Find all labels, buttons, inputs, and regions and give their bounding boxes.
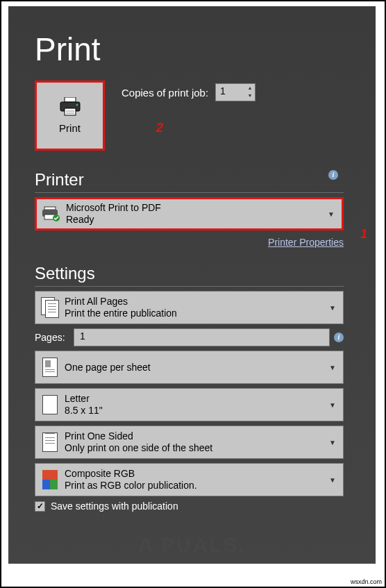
pages-input[interactable]: 1 [74, 328, 330, 346]
printer-icon [59, 97, 81, 117]
chevron-down-icon: ▼ [329, 401, 336, 409]
color-title: Composite RGB [65, 468, 343, 480]
paper-sub: 8.5 x 11" [65, 405, 343, 417]
print-button-label: Print [59, 122, 81, 134]
save-settings-checkbox-row[interactable]: ✓ Save settings with publication [35, 501, 376, 512]
paper-title: Letter [65, 393, 343, 405]
annotation-marker-1: 1 [360, 227, 367, 242]
duplex-sub: Only print on one side of the sheet [65, 442, 343, 454]
layout-title: One page per sheet [65, 362, 151, 373]
divider [35, 286, 344, 287]
svg-rect-3 [65, 108, 76, 115]
pages-label: Pages: [35, 332, 68, 343]
copies-down-arrow-icon[interactable]: ▼ [245, 92, 255, 99]
printer-section-header: Printer i [35, 170, 376, 190]
color-sub: Print as RGB color publication. [65, 480, 343, 492]
color-dropdown[interactable]: Composite RGB Print as RGB color publica… [35, 463, 344, 496]
chevron-down-icon: ▼ [329, 304, 336, 312]
chevron-down-icon: ▼ [328, 210, 335, 218]
printer-name: Microsoft Print to PDF [66, 202, 342, 214]
duplex-title: Print One Sided [65, 430, 343, 442]
composite-rgb-icon [35, 470, 65, 489]
paper-icon [35, 395, 65, 414]
printer-status-icon [37, 205, 66, 222]
chevron-down-icon: ▼ [329, 439, 336, 446]
copies-label: Copies of print job: [121, 87, 208, 99]
pages-info-icon[interactable]: i [334, 333, 344, 342]
divider [35, 192, 344, 193]
watermark: A PUALS. [8, 533, 376, 557]
settings-section-header: Settings [35, 264, 376, 283]
print-all-pages-icon [35, 297, 65, 318]
chevron-down-icon: ▼ [329, 476, 336, 484]
printer-properties-link[interactable]: Printer Properties [268, 237, 344, 248]
copies-up-arrow-icon[interactable]: ▲ [245, 84, 255, 92]
printer-dropdown[interactable]: Microsoft Print to PDF Ready ▼ [35, 197, 344, 230]
svg-point-2 [76, 104, 77, 106]
save-settings-label: Save settings with publication [51, 501, 178, 512]
copies-spinner[interactable]: 1 ▲ ▼ [215, 83, 255, 101]
print-button-annotation-box: Print [35, 81, 105, 151]
svg-rect-6 [44, 207, 56, 210]
printer-status: Ready [66, 214, 342, 226]
print-button[interactable]: Print [37, 83, 103, 149]
one-page-per-sheet-icon [35, 358, 65, 377]
annotation-marker-2: 2 [156, 121, 163, 135]
save-settings-checkbox[interactable]: ✓ [35, 501, 45, 512]
printer-info-icon[interactable]: i [328, 170, 338, 180]
chevron-down-icon: ▼ [329, 364, 336, 371]
image-credit: wsxdn.com [351, 578, 382, 585]
duplex-dropdown[interactable]: Print One Sided Only print on one side o… [35, 426, 344, 459]
page-title: Print [35, 31, 376, 68]
print-range-dropdown[interactable]: Print All Pages Print the entire publica… [35, 291, 344, 324]
paper-size-dropdown[interactable]: Letter 8.5 x 11" ▼ [35, 388, 344, 421]
print-range-title: Print All Pages [65, 296, 343, 308]
layout-dropdown[interactable]: One page per sheet ▼ [35, 351, 344, 384]
print-range-sub: Print the entire publication [65, 308, 343, 319]
svg-rect-0 [65, 97, 76, 102]
print-one-sided-icon [35, 432, 65, 452]
copies-value[interactable]: 1 [216, 84, 245, 101]
